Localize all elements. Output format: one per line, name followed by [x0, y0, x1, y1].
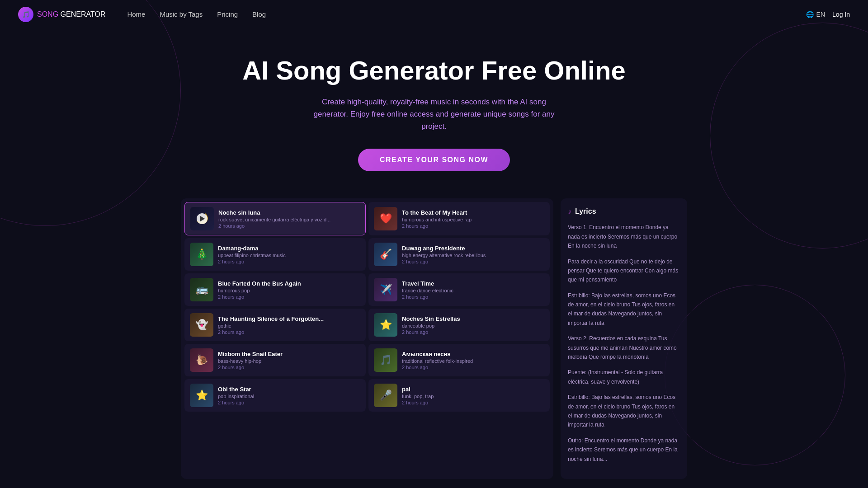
- lyrics-section: Outro: Encuentro el momento Donde ya nad…: [568, 436, 680, 464]
- nav-link-home[interactable]: Home: [127, 10, 145, 18]
- song-title: Obi the Star: [218, 386, 360, 393]
- lyrics-section: Para decir a la oscuridad Que no te dejo…: [568, 257, 680, 285]
- song-info: To the Beat of My Heart humorous and int…: [402, 209, 544, 229]
- song-card[interactable]: ⭐ Obi the Star pop inspirational 2 hours…: [184, 379, 366, 412]
- song-card[interactable]: 🎄 Damang-dama upbeat filipino christmas …: [184, 238, 366, 271]
- song-time: 2 hours ago: [218, 223, 360, 229]
- play-overlay: [190, 207, 214, 230]
- song-thumbnail: 🎤: [374, 384, 397, 407]
- song-thumbnail: ⭐: [374, 313, 397, 337]
- song-time: 2 hours ago: [218, 400, 360, 405]
- thumb-art: ⭐: [374, 313, 397, 337]
- hero-section: AI Song Generator Free Online Create hig…: [0, 29, 868, 189]
- globe-icon: 🌐: [806, 11, 814, 18]
- song-title: Damang-dama: [218, 245, 360, 252]
- lyrics-section: Verso 2: Recuerdos en cada esquina Tus s…: [568, 334, 680, 361]
- song-time: 2 hours ago: [218, 294, 360, 300]
- lang-label: EN: [816, 11, 825, 18]
- song-thumbnail: ✈️: [374, 278, 397, 301]
- nav-link-tags[interactable]: Music by Tags: [160, 10, 203, 18]
- nav-link-blog[interactable]: Blog: [252, 10, 266, 18]
- song-card[interactable]: 🚌 Blue Farted On the Bus Again humorous …: [184, 273, 366, 306]
- song-time: 2 hours ago: [218, 329, 360, 335]
- song-card[interactable]: 👻 The Haunting Silence of a Forgotten...…: [184, 309, 366, 341]
- lyrics-body: Verso 1: Encuentro el momento Donde ya n…: [568, 223, 680, 464]
- song-title: pai: [402, 386, 544, 393]
- song-time: 2 hours ago: [402, 365, 544, 370]
- song-title: The Haunting Silence of a Forgotten...: [218, 315, 360, 322]
- song-tags: traditional reflective folk-inspired: [402, 358, 544, 364]
- song-tags: gothic: [218, 323, 360, 328]
- thumb-art: 🎤: [374, 384, 397, 407]
- logo-generator: GENERATOR: [58, 10, 105, 18]
- song-time: 2 hours ago: [402, 259, 544, 264]
- song-thumbnail: ❤️: [374, 207, 397, 230]
- song-tags: bass-heavy hip-hop: [218, 358, 360, 364]
- play-button[interactable]: [197, 213, 208, 224]
- lyrics-section: Puente: (Instrumental - Solo de guitarra…: [568, 368, 680, 386]
- song-title: Noche sin luna: [218, 209, 360, 216]
- song-title: Travel Time: [402, 280, 544, 287]
- language-selector[interactable]: 🌐 EN: [806, 11, 825, 18]
- song-info: Obi the Star pop inspirational 2 hours a…: [218, 386, 360, 405]
- song-card[interactable]: ❤️ To the Beat of My Heart humorous and …: [368, 202, 550, 235]
- song-tags: humorous and introspective rap: [402, 217, 544, 222]
- navigation: 🎵 SONG GENERATOR Home Music by Tags Pric…: [0, 0, 868, 29]
- song-card[interactable]: ✈️ Travel Time trance dance electronic 2…: [368, 273, 550, 306]
- logo[interactable]: 🎵 SONG GENERATOR: [18, 7, 105, 22]
- song-time: 2 hours ago: [218, 259, 360, 264]
- song-thumbnail: 🌙: [190, 207, 214, 230]
- song-info: Noches Sin Estrellas danceable pop 2 hou…: [402, 315, 544, 335]
- hero-title: AI Song Generator Free Online: [9, 56, 859, 85]
- song-title: Mixbom the Snail Eater: [218, 351, 360, 357]
- song-tags: rock suave, unicamente guitarra eléctrig…: [218, 217, 360, 222]
- song-tags: danceable pop: [402, 323, 544, 328]
- song-time: 2 hours ago: [402, 400, 544, 405]
- song-tags: trance dance electronic: [402, 288, 544, 293]
- thumb-art: ⭐: [190, 384, 213, 407]
- song-thumbnail: 🎸: [374, 243, 397, 266]
- nav-item-blog[interactable]: Blog: [252, 10, 266, 19]
- main-content: 🌙 Noche sin luna rock suave, unicamente …: [163, 189, 705, 488]
- login-button[interactable]: Log In: [832, 11, 850, 18]
- thumb-art: 🚌: [190, 278, 213, 301]
- logo-icon: 🎵: [18, 7, 33, 22]
- song-tags: upbeat filipino christmas music: [218, 253, 360, 258]
- song-info: Damang-dama upbeat filipino christmas mu…: [218, 245, 360, 264]
- thumb-art: 🎵: [374, 348, 397, 372]
- nav-links: Home Music by Tags Pricing Blog: [127, 10, 266, 19]
- song-time: 2 hours ago: [218, 365, 360, 370]
- song-card[interactable]: 🐌 Mixbom the Snail Eater bass-heavy hip-…: [184, 344, 366, 376]
- song-time: 2 hours ago: [402, 294, 544, 300]
- thumb-art: 🎄: [190, 243, 213, 266]
- cta-button[interactable]: CREATE YOUR SONG NOW: [358, 149, 510, 171]
- nav-item-tags[interactable]: Music by Tags: [160, 10, 203, 19]
- song-card[interactable]: 🎸 Duwag ang Presidente high energy alter…: [368, 238, 550, 271]
- lyrics-section: Estribillo: Bajo las estrellas, somos un…: [568, 291, 680, 328]
- song-tags: high energy alternative rock rebellious: [402, 253, 544, 258]
- song-tags: humorous pop: [218, 288, 360, 293]
- lyrics-header: ♪ Lyrics: [568, 207, 680, 216]
- thumb-art: 🐌: [190, 348, 213, 372]
- thumb-art: ❤️: [374, 207, 397, 230]
- song-tags: pop inspirational: [218, 394, 360, 399]
- nav-link-pricing[interactable]: Pricing: [217, 10, 238, 18]
- song-info: Амылская песня traditional reflective fo…: [402, 351, 544, 370]
- song-card[interactable]: 🌙 Noche sin luna rock suave, unicamente …: [184, 202, 366, 235]
- song-grid: 🌙 Noche sin luna rock suave, unicamente …: [184, 202, 550, 412]
- song-thumbnail: 🎄: [190, 243, 213, 266]
- song-card[interactable]: 🎵 Амылская песня traditional reflective …: [368, 344, 550, 376]
- song-thumbnail: 👻: [190, 313, 213, 337]
- song-info: pai funk, pop, trap 2 hours ago: [402, 386, 544, 405]
- song-title: To the Beat of My Heart: [402, 209, 544, 216]
- lyrics-section: Estribillo: Bajo las estrellas, somos un…: [568, 393, 680, 430]
- lyrics-title: Lyrics: [575, 207, 596, 216]
- nav-item-pricing[interactable]: Pricing: [217, 10, 238, 19]
- song-thumbnail: 🐌: [190, 348, 213, 372]
- logo-song: SONG: [37, 10, 58, 18]
- song-info: Noche sin luna rock suave, unicamente gu…: [218, 209, 360, 229]
- nav-item-home[interactable]: Home: [127, 10, 145, 19]
- song-title: Noches Sin Estrellas: [402, 315, 544, 322]
- song-card[interactable]: ⭐ Noches Sin Estrellas danceable pop 2 h…: [368, 309, 550, 341]
- song-card[interactable]: 🎤 pai funk, pop, trap 2 hours ago: [368, 379, 550, 412]
